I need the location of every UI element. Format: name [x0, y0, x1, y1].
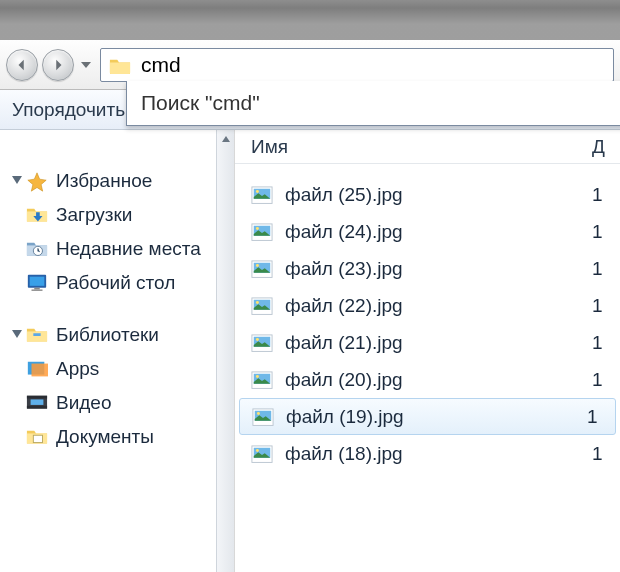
address-input[interactable] [141, 53, 605, 77]
image-thumb-icon [252, 408, 274, 426]
file-date-col: 1 [592, 184, 620, 206]
svg-rect-11 [31, 399, 44, 404]
file-date-col: 1 [592, 369, 620, 391]
svg-point-15 [256, 190, 259, 193]
favorites-label: Избранное [56, 170, 152, 192]
folder-icon [109, 56, 131, 74]
file-row[interactable]: файл (21).jpg1 [235, 324, 620, 361]
libraries-label: Библиотеки [56, 324, 159, 346]
column-header-row[interactable]: Имя Д [235, 130, 620, 164]
sidebar-item-apps[interactable]: Apps [0, 352, 234, 386]
file-row[interactable]: файл (23).jpg1 [235, 250, 620, 287]
sidebar-libraries-header[interactable]: Библиотеки [0, 318, 234, 352]
sidebar-favorites-header[interactable]: Избранное [0, 164, 234, 198]
sidebar-item-desktop[interactable]: Рабочий стол [0, 266, 234, 300]
svg-rect-5 [33, 333, 40, 336]
file-row[interactable]: файл (25).jpg1 [235, 176, 620, 213]
svg-point-24 [256, 301, 259, 304]
image-thumb-icon [251, 445, 273, 463]
file-name: файл (18).jpg [285, 443, 592, 465]
sidebar-item-video[interactable]: Видео [0, 386, 234, 420]
image-thumb-icon [251, 334, 273, 352]
sidebar-item-label: Документы [56, 426, 154, 448]
file-row[interactable]: файл (24).jpg1 [235, 213, 620, 250]
sidebar-item-documents[interactable]: Документы [0, 420, 234, 454]
sidebar-item-label: Загрузки [56, 204, 132, 226]
sidebar: Избранное Загрузки Недавние места Рабочи… [0, 130, 235, 572]
svg-rect-10 [27, 406, 47, 409]
desktop-icon [26, 273, 48, 293]
recent-icon [26, 239, 48, 259]
file-name: файл (22).jpg [285, 295, 592, 317]
file-date-col: 1 [587, 406, 615, 428]
svg-rect-12 [33, 435, 42, 442]
apps-icon [26, 359, 48, 379]
image-thumb-icon [251, 297, 273, 315]
back-button[interactable] [6, 49, 38, 81]
file-date-col: 1 [592, 258, 620, 280]
scroll-up-icon[interactable] [217, 130, 234, 148]
svg-point-33 [257, 412, 260, 415]
image-thumb-icon [251, 260, 273, 278]
nav-history-dropdown[interactable] [78, 52, 94, 78]
address-suggestion[interactable]: Поиск "cmd" [126, 81, 620, 126]
file-date-col: 1 [592, 295, 620, 317]
window-titlebar [0, 0, 620, 40]
svg-point-30 [256, 375, 259, 378]
file-list-pane: Имя Д файл (25).jpg1файл (24).jpg1файл (… [235, 130, 620, 572]
sidebar-item-label: Недавние места [56, 238, 201, 260]
svg-rect-2 [30, 277, 45, 286]
svg-rect-7 [31, 364, 47, 377]
svg-point-18 [256, 227, 259, 230]
svg-point-21 [256, 264, 259, 267]
file-name: файл (25).jpg [285, 184, 592, 206]
file-name: файл (20).jpg [285, 369, 592, 391]
svg-rect-3 [34, 288, 39, 290]
sidebar-item-label: Apps [56, 358, 99, 380]
file-date-col: 1 [592, 221, 620, 243]
documents-icon [26, 427, 48, 447]
organize-menu[interactable]: Упорядочить [6, 99, 143, 121]
sidebar-item-downloads[interactable]: Загрузки [0, 198, 234, 232]
file-row[interactable]: файл (18).jpg1 [235, 435, 620, 472]
svg-point-36 [256, 449, 259, 452]
file-name: файл (24).jpg [285, 221, 592, 243]
libraries-icon [26, 325, 48, 345]
column-name[interactable]: Имя [251, 136, 592, 158]
image-thumb-icon [251, 186, 273, 204]
file-date-col: 1 [592, 332, 620, 354]
file-name: файл (19).jpg [286, 406, 587, 428]
file-date-col: 1 [592, 443, 620, 465]
organize-label: Упорядочить [12, 99, 125, 121]
image-thumb-icon [251, 223, 273, 241]
address-bar[interactable] [100, 48, 614, 82]
file-name: файл (21).jpg [285, 332, 592, 354]
column-date[interactable]: Д [592, 136, 620, 158]
navigation-row: Поиск "cmd" [0, 40, 620, 90]
sidebar-item-recent[interactable]: Недавние места [0, 232, 234, 266]
file-row[interactable]: файл (19).jpg1 [239, 398, 616, 435]
svg-point-27 [256, 338, 259, 341]
sidebar-item-label: Рабочий стол [56, 272, 175, 294]
forward-button[interactable] [42, 49, 74, 81]
file-name: файл (23).jpg [285, 258, 592, 280]
sidebar-scrollbar[interactable] [216, 130, 234, 572]
downloads-icon [26, 205, 48, 225]
file-row[interactable]: файл (20).jpg1 [235, 361, 620, 398]
file-row[interactable]: файл (22).jpg1 [235, 287, 620, 324]
svg-rect-9 [27, 396, 47, 399]
sidebar-item-label: Видео [56, 392, 112, 414]
video-icon [26, 393, 48, 413]
image-thumb-icon [251, 371, 273, 389]
star-icon [26, 171, 48, 191]
svg-rect-4 [31, 289, 42, 290]
